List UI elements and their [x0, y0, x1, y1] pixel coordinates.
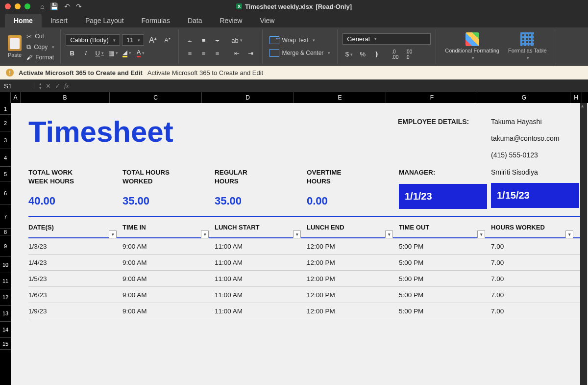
fill-color-button[interactable]: ◢ [121, 47, 133, 59]
merge-center-button[interactable]: Merge & Center [268, 48, 333, 58]
format-label: Format [35, 54, 54, 61]
row-header[interactable]: 2 [0, 115, 11, 131]
italic-button[interactable]: I [79, 47, 92, 59]
decrease-indent-icon[interactable]: ⇤ [231, 47, 244, 59]
align-left-icon[interactable]: ≡ [184, 47, 196, 59]
total-work-week-label: TOTAL WORKWEEK HOURS [28, 168, 122, 186]
row-header[interactable]: 6 [0, 181, 11, 205]
row-header[interactable]: 4 [0, 149, 11, 167]
row-header[interactable]: 14 [0, 322, 11, 338]
home-icon[interactable]: ⌂ [40, 2, 44, 10]
row-header[interactable]: 15 [0, 338, 11, 350]
maximize-window-icon[interactable] [24, 3, 30, 9]
tab-insert[interactable]: Insert [42, 14, 76, 27]
increase-font-icon[interactable]: A▴ [146, 34, 160, 46]
conditional-formatting-button[interactable]: Conditional Formatting [441, 31, 503, 62]
font-size-select[interactable]: 11 [122, 34, 144, 46]
row-header[interactable]: 9 [0, 235, 11, 257]
select-all-corner[interactable] [0, 92, 11, 103]
undo-icon[interactable]: ↶ [64, 2, 70, 10]
row-header[interactable]: 12 [0, 289, 11, 306]
table-row[interactable]: 1/6/239:00 AM11:00 AM12:00 PM5:00 PM7.00 [28, 287, 580, 303]
table-row[interactable]: 1/5/239:00 AM11:00 AM12:00 PM5:00 PM7.00 [28, 271, 580, 287]
tab-view[interactable]: View [251, 14, 283, 27]
formula-input[interactable] [74, 82, 588, 90]
comma-button[interactable]: ❫ [370, 49, 383, 60]
align-bottom-icon[interactable]: ⫟ [211, 34, 224, 46]
table-row[interactable]: 1/9/239:00 AM11:00 AM12:00 PM5:00 PM7.00 [28, 303, 580, 319]
filter-icon[interactable]: ▾ [109, 231, 117, 238]
align-right-icon[interactable]: ≡ [211, 47, 224, 59]
percent-button[interactable]: % [356, 49, 369, 60]
font-name-select[interactable]: Calibri (Body) [66, 34, 120, 46]
bold-button[interactable]: B [66, 47, 78, 59]
col-header[interactable]: A [11, 92, 21, 103]
copy-button[interactable]: Copy [25, 43, 55, 51]
fx-icon[interactable]: fx [64, 82, 69, 90]
close-window-icon[interactable] [5, 3, 11, 9]
font-color-icon: A [137, 49, 141, 57]
col-header[interactable]: B [21, 92, 110, 103]
row-header[interactable]: 5 [0, 167, 11, 181]
spreadsheet-grid[interactable]: Timesheet EMPLOYEE DETAILS: Takuma Hayas… [11, 103, 588, 385]
border-button[interactable]: ▦ [107, 47, 120, 59]
decrease-font-icon[interactable]: A▾ [162, 35, 173, 45]
cell-hours: 7.00 [491, 243, 579, 250]
row-header[interactable]: 11 [0, 273, 11, 289]
cancel-formula-icon[interactable]: ✕ [46, 82, 51, 90]
title-bar: ⌂ 💾 ↶ ↷ X Timesheet weekly.xlsx [Read-On… [0, 0, 588, 13]
tab-data[interactable]: Data [179, 14, 211, 27]
filter-icon[interactable]: ▾ [201, 231, 209, 238]
total-hours-worked-value: 35.00 [122, 195, 215, 207]
col-header[interactable]: D [202, 92, 294, 103]
filter-icon[interactable]: ▾ [565, 231, 573, 238]
col-header[interactable]: H [570, 92, 582, 103]
table-header-row: DATE(S)▾ TIME IN▾ LUNCH START▾ LUNCH END… [28, 217, 580, 238]
minimize-window-icon[interactable] [15, 3, 21, 9]
currency-button[interactable]: $ [343, 49, 355, 60]
row-header[interactable]: 10 [0, 257, 11, 273]
underline-button[interactable]: U [93, 47, 106, 59]
accept-formula-icon[interactable]: ✓ [55, 82, 60, 90]
col-header[interactable]: C [110, 92, 202, 103]
col-header[interactable]: F [386, 92, 478, 103]
table-row[interactable]: 1/4/239:00 AM11:00 AM12:00 PM5:00 PM7.00 [28, 255, 580, 271]
increase-indent-icon[interactable]: ⇥ [245, 47, 257, 59]
filter-icon[interactable]: ▾ [293, 231, 301, 238]
name-box-chevron-icon[interactable]: ▴▾ [39, 82, 42, 90]
col-header[interactable]: G [478, 92, 570, 103]
row-header[interactable]: 1 [0, 103, 11, 115]
vertical-scrollbar[interactable] [580, 103, 587, 385]
font-color-button[interactable]: A [134, 47, 147, 59]
row-header[interactable]: 3 [0, 131, 11, 149]
overtime-hours-label: OVERTIMEHOURS [307, 168, 399, 186]
row-header[interactable]: 8 [0, 229, 11, 235]
row-header[interactable]: 13 [0, 306, 11, 322]
tab-review[interactable]: Review [211, 14, 251, 27]
number-format-select[interactable]: General [343, 33, 431, 45]
tab-page-layout[interactable]: Page Layout [76, 14, 133, 27]
row-header[interactable]: 7 [0, 205, 11, 229]
name-box[interactable]: S1 [0, 82, 34, 90]
align-center-icon[interactable]: ≡ [197, 47, 210, 59]
tab-home[interactable]: Home [5, 14, 42, 27]
redo-icon[interactable]: ↷ [76, 2, 82, 10]
format-painter-button[interactable]: Format [25, 53, 55, 61]
table-row[interactable]: 1/3/239:00 AM11:00 AM12:00 PM5:00 PM7.00 [28, 238, 580, 255]
orientation-button[interactable]: ab [231, 34, 244, 46]
save-icon[interactable]: 💾 [50, 2, 58, 10]
filter-icon[interactable]: ▾ [477, 231, 485, 238]
align-middle-icon[interactable]: ≡ [197, 34, 210, 46]
filter-icon[interactable]: ▾ [385, 231, 393, 238]
cut-button[interactable]: Cut [25, 32, 55, 41]
format-as-table-button[interactable]: Format as Table [504, 31, 551, 62]
col-header[interactable]: E [294, 92, 386, 103]
font-name-value: Calibri (Body) [70, 36, 109, 44]
increase-decimal-icon[interactable]: .0.00 [389, 49, 401, 60]
align-top-icon[interactable]: ⫠ [184, 34, 196, 46]
tab-formulas[interactable]: Formulas [133, 14, 179, 27]
wrap-text-button[interactable]: Wrap Text [268, 35, 333, 45]
paste-button[interactable]: Paste [5, 33, 24, 60]
decrease-decimal-icon[interactable]: .00.0 [402, 49, 415, 60]
activation-banner[interactable]: ! Activate Microsoft 365 to Create and E… [0, 66, 588, 79]
